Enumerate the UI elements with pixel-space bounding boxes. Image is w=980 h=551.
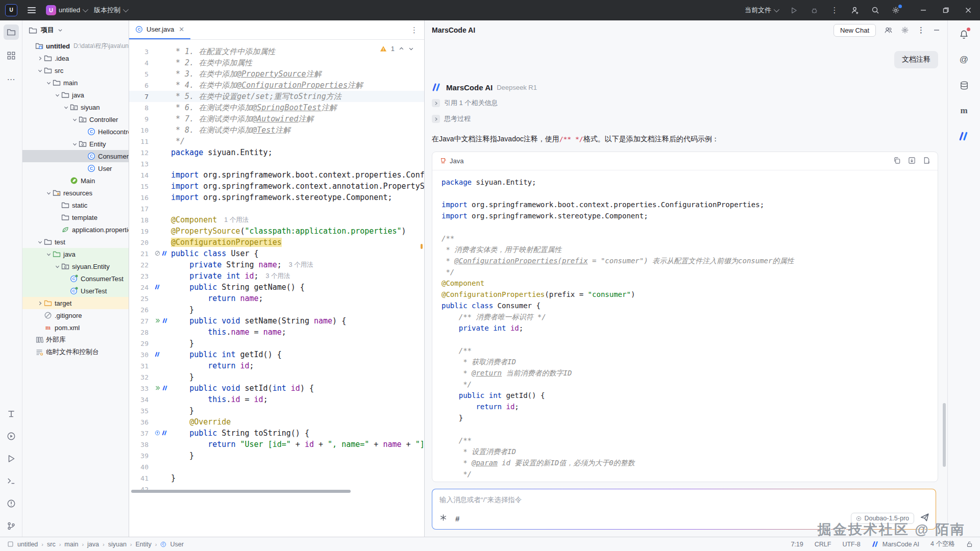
run-tool-icon[interactable] xyxy=(4,451,19,466)
code-line-17[interactable]: 17 xyxy=(129,203,424,214)
tree-chevron-icon[interactable] xyxy=(62,104,69,111)
gutter-icons[interactable] xyxy=(152,384,171,393)
tree-chevron-icon[interactable] xyxy=(45,251,52,258)
line-number[interactable]: 17 xyxy=(129,205,152,213)
line-number[interactable]: 6 xyxy=(129,82,152,89)
line-number[interactable]: 29 xyxy=(129,340,152,347)
code-line-39[interactable]: 39 } xyxy=(129,450,424,461)
gutter-icons[interactable] xyxy=(152,283,171,292)
code-line-19[interactable]: 19@PropertySource("classpath:application… xyxy=(129,226,424,237)
line-number[interactable]: 10 xyxy=(129,127,152,134)
chat-more-icon[interactable]: ⋮ xyxy=(917,26,925,35)
tree-item-siyuan[interactable]: siyuan xyxy=(22,101,129,113)
structure-tool-icon[interactable] xyxy=(4,48,19,63)
breadcrumb-item-entity[interactable]: Entity xyxy=(136,541,152,548)
thinking-collapse[interactable]: 思考过程 xyxy=(432,114,938,123)
code-line-15[interactable]: 15import org.springframework.context.ann… xyxy=(129,181,424,192)
tree-item-.idea[interactable]: .idea xyxy=(22,52,129,64)
line-number[interactable]: 3 xyxy=(129,48,152,56)
indent-setting[interactable]: 4 个空格 xyxy=(930,540,955,548)
debug-button[interactable] xyxy=(810,6,819,15)
override-gutter-icon[interactable] xyxy=(155,429,160,438)
code-block-content[interactable]: package siyuan.Entity; import org.spring… xyxy=(432,170,938,482)
share-users-icon[interactable] xyxy=(884,26,893,35)
copy-code-icon[interactable] xyxy=(893,157,901,166)
line-number[interactable]: 30 xyxy=(129,351,152,359)
tree-item-java[interactable]: java xyxy=(22,89,129,101)
code-line-24[interactable]: 24 public String getName() { xyxy=(129,282,424,293)
settings-gear-icon[interactable] xyxy=(891,6,900,15)
usages-inlay-hint[interactable]: 3 个用法 xyxy=(266,272,290,281)
line-number[interactable]: 38 xyxy=(129,441,152,448)
code-line-12[interactable]: 12package siyuan.Entity; xyxy=(129,147,424,158)
tree-chevron-icon[interactable] xyxy=(36,299,43,307)
new-file-code-icon[interactable] xyxy=(923,157,930,166)
code-line-42[interactable]: 42 xyxy=(129,484,424,495)
line-number[interactable]: 24 xyxy=(129,284,152,291)
code-line-38[interactable]: 38 return "User [id=" + id + ", name=" +… xyxy=(129,439,424,450)
project-tool-icon[interactable] xyxy=(4,24,19,40)
vcs-menu[interactable]: 版本控制 xyxy=(94,6,127,15)
code-line-14[interactable]: 14import org.springframework.boot.contex… xyxy=(129,169,424,181)
code-line-22[interactable]: 22 private String name;3 个用法 xyxy=(129,259,424,270)
line-number[interactable]: 19 xyxy=(129,228,152,235)
line-number[interactable]: 36 xyxy=(129,418,152,426)
line-number[interactable]: 27 xyxy=(129,317,152,325)
close-tab-icon[interactable]: ✕ xyxy=(179,26,184,33)
insert-code-icon[interactable] xyxy=(908,157,916,166)
tree-item-main[interactable]: main xyxy=(22,77,129,89)
messaging-tool-icon[interactable]: m xyxy=(958,104,971,117)
line-number[interactable]: 41 xyxy=(129,474,152,482)
code-line-21[interactable]: 21public class User { xyxy=(129,248,424,259)
tree-item-application.properties[interactable]: application.properties xyxy=(22,223,129,236)
m-gutter-icon[interactable] xyxy=(155,283,161,292)
tab-user-java[interactable]: C User.java ✕ xyxy=(129,20,190,39)
code-line-7[interactable]: 7 * 5. 在类中设置get/set;重写toString方法 xyxy=(129,91,424,102)
tree-item-src[interactable]: src xyxy=(22,64,129,77)
tree-item-hellocontroller[interactable]: CHellocontroller xyxy=(22,126,129,138)
code-line-26[interactable]: 26 } xyxy=(129,304,424,315)
breadcrumb-item-user[interactable]: User xyxy=(170,541,183,548)
code-line-23[interactable]: 23 private int id;3 个用法 xyxy=(129,270,424,282)
terminal-tool-icon[interactable] xyxy=(4,473,19,489)
code-line-6[interactable]: 6 * 4. 在类中添加@ConfigurationProperties注解 xyxy=(129,80,424,91)
tree-item-siyuan.entity[interactable]: siyuan.Entity xyxy=(22,260,129,272)
code-line-8[interactable]: 8 * 6. 在测试类中添加@SpringBootTest注解 xyxy=(129,102,424,113)
tree-chevron-icon[interactable] xyxy=(54,91,61,98)
new-chat-button[interactable]: New Chat xyxy=(834,24,876,37)
tree-item-临时文件和控制台[interactable]: 临时文件和控制台 xyxy=(22,346,129,358)
line-number[interactable]: 25 xyxy=(129,295,152,303)
line-number[interactable]: 7 xyxy=(129,93,152,101)
window-restore-button[interactable] xyxy=(941,6,950,15)
gutter-icons[interactable] xyxy=(152,316,171,325)
line-number[interactable]: 5 xyxy=(129,70,152,78)
line-number[interactable]: 20 xyxy=(129,239,152,246)
chat-settings-icon[interactable] xyxy=(901,26,909,34)
line-number[interactable]: 39 xyxy=(129,452,152,460)
tree-item-consumer[interactable]: CConsumer xyxy=(22,150,129,162)
line-number[interactable]: 26 xyxy=(129,306,152,314)
project-menu[interactable]: U untitled xyxy=(46,5,87,15)
code-line-29[interactable]: 29 } xyxy=(129,338,424,349)
next-problem-icon[interactable] xyxy=(408,46,414,52)
tree-item-target[interactable]: target xyxy=(22,297,129,309)
line-number[interactable]: 16 xyxy=(129,194,152,202)
run-configuration-select[interactable]: 当前文件 xyxy=(745,6,778,15)
line-number[interactable]: 14 xyxy=(129,171,152,179)
services-tool-icon[interactable] xyxy=(4,429,19,444)
tree-item-test[interactable]: test xyxy=(22,236,129,248)
code-line-5[interactable]: 5 * 3. 在类中添加@PropertySource注解 xyxy=(129,68,424,80)
m-gutter-icon[interactable] xyxy=(162,249,168,258)
chat-scrollbar[interactable] xyxy=(943,403,946,467)
tree-item-resources[interactable]: resources xyxy=(22,187,129,199)
code-line-27[interactable]: 27 public void setName(String name) { xyxy=(129,315,424,327)
breadcrumb-item-src[interactable]: src xyxy=(47,541,56,548)
tree-item-pom.xml[interactable]: mpom.xml xyxy=(22,321,129,334)
line-number[interactable]: 28 xyxy=(129,329,152,336)
code-line-16[interactable]: 16import org.springframework.stereotype.… xyxy=(129,192,424,203)
code-line-18[interactable]: 18@Component1 个用法 xyxy=(129,214,424,226)
search-everywhere-icon[interactable] xyxy=(871,6,880,15)
line-number[interactable]: 12 xyxy=(129,149,152,157)
more-actions-menu[interactable]: ⋮ xyxy=(830,6,839,15)
line-number[interactable]: 31 xyxy=(129,362,152,370)
